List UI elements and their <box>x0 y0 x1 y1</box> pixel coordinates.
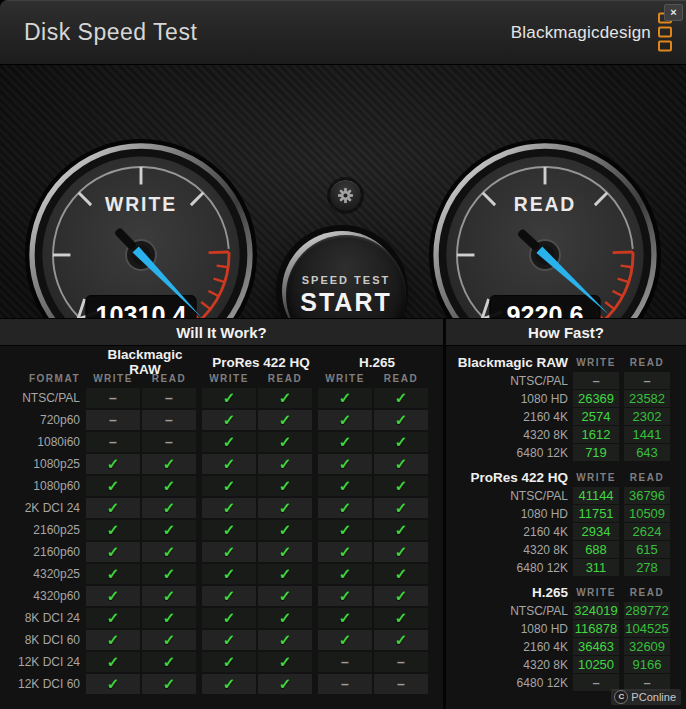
table-row: NTSC/PAL324019289772 <box>452 602 686 619</box>
check-icon: ✓ <box>86 520 140 540</box>
table-row: 12K DCI 24✓✓✓✓–– <box>0 652 443 672</box>
format-label: 1080p60 <box>0 479 84 493</box>
check-icon: ✓ <box>142 652 196 672</box>
write-fps-value: 1612 <box>573 426 619 443</box>
dash-icon: – <box>142 410 196 430</box>
check-icon: ✓ <box>202 674 256 694</box>
check-icon: ✓ <box>142 476 196 496</box>
read-column-header: READ <box>624 357 670 368</box>
format-label: 8K DCI 60 <box>0 633 84 647</box>
codec-section: H.265WRITEREADNTSC/PAL3240192897721080 H… <box>452 584 686 691</box>
check-icon: ✓ <box>374 564 428 584</box>
table-row: 1080 HD1175110509 <box>452 505 686 522</box>
check-icon: ✓ <box>202 630 256 650</box>
check-icon: ✓ <box>374 542 428 562</box>
check-icon: ✓ <box>202 608 256 628</box>
check-icon: ✓ <box>142 586 196 606</box>
check-icon: ✓ <box>202 542 256 562</box>
format-rows: NTSC/PAL––✓✓✓✓720p60––✓✓✓✓1080i60––✓✓✓✓1… <box>0 388 443 694</box>
dash-icon: – <box>374 652 428 672</box>
watermark-text: PConline <box>631 691 676 703</box>
codec-header-h265: H.265 <box>322 355 432 370</box>
check-icon: ✓ <box>202 564 256 584</box>
check-icon: ✓ <box>258 652 312 672</box>
format-label: 1080p25 <box>0 457 84 471</box>
table-row: 4320 8K688615 <box>452 541 686 558</box>
check-icon: ✓ <box>142 520 196 540</box>
check-icon: ✓ <box>318 410 372 430</box>
close-button[interactable]: × <box>664 4 683 21</box>
check-icon: ✓ <box>258 498 312 518</box>
table-row: 4320p60✓✓✓✓✓✓ <box>0 586 443 606</box>
titlebar: Disk Speed Test Blackmagicdesign × <box>0 0 686 65</box>
check-icon: ✓ <box>86 586 140 606</box>
table-row: 1080p60✓✓✓✓✓✓ <box>0 476 443 496</box>
column-header-row: FORMAT WRITE READ WRITE READ WRITE READ <box>0 371 443 385</box>
codec-name: Blackmagic RAW <box>452 355 568 370</box>
format-label: 2160 4K <box>452 410 568 424</box>
brand: Blackmagicdesign <box>511 13 672 52</box>
check-icon: ✓ <box>318 498 372 518</box>
format-label: 1080i60 <box>0 435 84 449</box>
write-column-header: WRITE <box>318 371 372 385</box>
check-icon: ✓ <box>86 454 140 474</box>
disk-speed-test-window: Disk Speed Test Blackmagicdesign × WRITE… <box>0 0 686 709</box>
table-row: 4320p25✓✓✓✓✓✓ <box>0 564 443 584</box>
check-icon: ✓ <box>202 586 256 606</box>
table-row: NTSC/PAL––✓✓✓✓ <box>0 388 443 408</box>
codec-header-prores: ProRes 422 HQ <box>206 355 316 370</box>
dash-icon: – <box>318 652 372 672</box>
settings-button[interactable] <box>329 179 362 212</box>
check-icon: ✓ <box>202 388 256 408</box>
write-fps-value: 26369 <box>573 390 619 407</box>
pconline-logo-icon: C <box>614 690 628 704</box>
write-column-header: WRITE <box>573 587 619 598</box>
table-row: 12K DCI 60✓✓✓✓–– <box>0 674 443 694</box>
read-fps-value: 2302 <box>624 408 670 425</box>
format-label: NTSC/PAL <box>452 604 568 618</box>
format-label: 1080 HD <box>452 622 568 636</box>
check-icon: ✓ <box>258 586 312 606</box>
watermark: C PConline <box>611 689 681 705</box>
check-icon: ✓ <box>202 520 256 540</box>
check-icon: ✓ <box>202 410 256 430</box>
format-label: 2160p25 <box>0 523 84 537</box>
check-icon: ✓ <box>142 564 196 584</box>
write-fps-value: – <box>573 372 619 389</box>
gauge-label: WRITE <box>105 194 177 215</box>
format-label: 6480 12K <box>452 676 568 690</box>
read-column-header: READ <box>624 587 670 598</box>
write-fps-value: 311 <box>573 559 619 576</box>
format-label: 12K DCI 24 <box>0 655 84 669</box>
read-column-header: READ <box>624 472 670 483</box>
write-fps-value: 41144 <box>573 487 619 504</box>
check-icon: ✓ <box>202 476 256 496</box>
check-icon: ✓ <box>142 674 196 694</box>
table-row: 720p60––✓✓✓✓ <box>0 410 443 430</box>
check-icon: ✓ <box>86 652 140 672</box>
check-icon: ✓ <box>258 630 312 650</box>
gauge-panel: WRITE10310.4MB/s READ9220.6MB/s SPEED TE… <box>0 65 686 319</box>
check-icon: ✓ <box>258 608 312 628</box>
check-icon: ✓ <box>86 630 140 650</box>
results-area: Will It Work? Blackmagic RAW ProRes 422 … <box>0 318 686 709</box>
start-button-title: START <box>300 288 391 317</box>
check-icon: ✓ <box>202 652 256 672</box>
table-row: 1080 HD2636923582 <box>452 390 686 407</box>
write-fps-value: 719 <box>573 444 619 461</box>
write-fps-value: 2574 <box>573 408 619 425</box>
check-icon: ✓ <box>318 586 372 606</box>
write-fps-value: 10250 <box>573 656 619 673</box>
table-row: 1080i60––✓✓✓✓ <box>0 432 443 452</box>
format-label: 4320p60 <box>0 589 84 603</box>
check-icon: ✓ <box>258 388 312 408</box>
format-label: NTSC/PAL <box>452 489 568 503</box>
table-row: 8K DCI 24✓✓✓✓✓✓ <box>0 608 443 628</box>
check-icon: ✓ <box>258 432 312 452</box>
read-fps-value: 32609 <box>624 638 670 655</box>
read-fps-value: 10509 <box>624 505 670 522</box>
brand-name: Blackmagicdesign <box>511 22 651 42</box>
format-label: NTSC/PAL <box>0 391 84 405</box>
table-row: 2160 4K25742302 <box>452 408 686 425</box>
table-row: 1080 HD116878104525 <box>452 620 686 637</box>
